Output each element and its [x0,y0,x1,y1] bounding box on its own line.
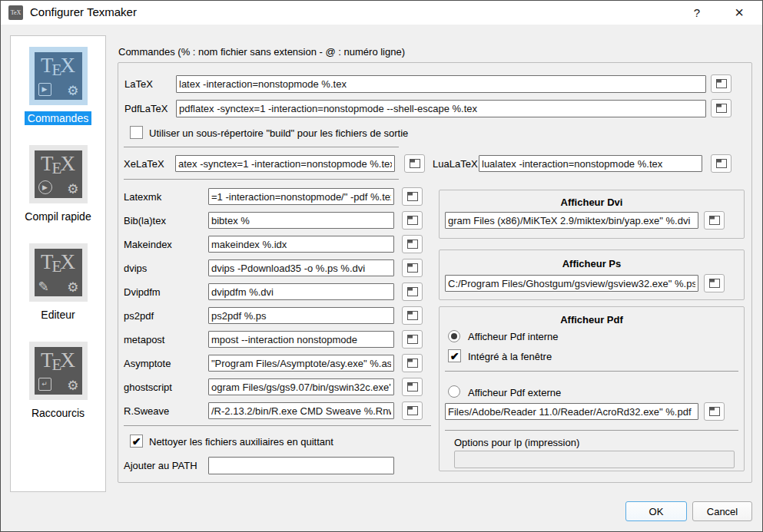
sidebar-item-raccourcis[interactable]: TEX ↵ ⚙ Raccourcis [11,342,105,420]
folder-icon [407,287,418,296]
dvips-command-input[interactable] [208,259,394,276]
dvipdfm-browse-button[interactable] [402,283,423,301]
bibtex-label: Bib(la)tex [124,215,166,226]
build-subdir-label: Utiliser un sous-répertoire "build" pour… [149,127,408,139]
ghostscript-command-input[interactable] [208,378,394,395]
check-icon: ✔ [450,350,459,362]
sidebar-item-label: Editeur [38,308,78,322]
tex-logo-icon: TEX [35,54,82,78]
texmaker-app-icon: TeX [8,5,23,20]
configure-texmaker-dialog: TeX Configurer Texmaker ? × TEX ▶ ⚙ Comm… [0,0,763,532]
ps2pdf-browse-button[interactable] [402,306,423,325]
dvi-viewer-title: Afficheur Dvi [440,197,744,208]
separator [445,430,738,431]
pdf-embedded-checkbox[interactable]: ✔ [448,349,461,362]
folder-icon [716,79,727,88]
separator [124,179,399,180]
folder-icon [410,159,420,168]
folder-icon [407,216,418,225]
folder-icon [407,240,418,249]
pdf-internal-radio[interactable] [448,330,460,342]
dvi-viewer-browse-button[interactable] [704,211,725,230]
ps-viewer-browse-button[interactable] [704,274,725,292]
asymptote-browse-button[interactable] [402,354,423,372]
ghostscript-label: ghostscript [124,382,172,393]
ps2pdf-label: ps2pdf [124,310,154,322]
folder-icon [716,104,727,113]
folder-icon [407,335,418,344]
makeindex-command-input[interactable] [208,236,394,253]
title-bar: TeX Configurer Texmaker ? × [1,1,762,25]
pencil-icon: ✎ [38,280,49,293]
pdflatex-command-input[interactable] [176,100,706,117]
lualatex-browse-button[interactable] [711,154,731,173]
folder-icon [407,382,418,392]
latex-command-input[interactable] [176,75,706,93]
rsweave-browse-button[interactable] [402,401,423,420]
check-icon: ✔ [132,435,141,448]
tex-logo-icon: TEX [35,152,82,176]
makeindex-browse-button[interactable] [402,235,423,253]
sidebar-item-commandes[interactable]: TEX ▶ ⚙ Commandes [11,47,105,125]
gear-icon: ⚙ [67,379,78,392]
separator [124,425,431,426]
lp-options-input [454,451,735,468]
pdf-viewer-title: Afficheur Pdf [440,314,744,325]
pdf-internal-label: Afficheur Pdf interne [468,331,559,342]
latex-browse-button[interactable] [711,74,731,93]
pdf-external-radio[interactable] [448,385,460,398]
cancel-button[interactable]: Cancel [692,501,752,521]
dvips-browse-button[interactable] [402,259,423,277]
rsweave-label: R.Sweave [124,405,169,417]
dvi-viewer-input[interactable] [445,212,698,229]
latexmk-command-input[interactable] [208,188,394,205]
bibtex-browse-button[interactable] [402,211,423,230]
ps-viewer-title: Afficheur Ps [440,258,744,269]
latexmk-browse-button[interactable] [402,187,423,206]
add-to-path-label: Ajouter au PATH [124,460,197,471]
commandes-icon: TEX ▶ ⚙ [29,47,88,105]
xelatex-command-input[interactable] [175,155,395,172]
dvipdfm-command-input[interactable] [208,283,394,300]
help-button[interactable]: ? [678,1,715,25]
lualatex-command-input[interactable] [479,155,702,172]
return-key-icon: ↵ [38,378,51,391]
raccourcis-icon: TEX ↵ ⚙ [29,342,88,400]
pdf-external-label: Afficheur Pdf externe [468,387,561,398]
gear-icon: ⚙ [67,281,78,294]
cleanup-aux-checkbox[interactable]: ✔ [130,435,143,448]
build-subdir-checkbox[interactable] [130,126,143,139]
ps-viewer-input[interactable] [445,275,698,292]
compil-rapide-icon: TEX ▶ ⚙ [29,145,88,203]
tex-logo-icon: TEX [35,349,82,372]
folder-icon [716,159,727,168]
latexmk-label: Latexmk [124,191,161,203]
pdf-external-input[interactable] [445,403,698,420]
folder-icon [407,359,418,368]
sidebar-item-label: Raccourcis [28,406,88,420]
separator [124,147,399,147]
cleanup-aux-label: Nettoyer les fichiers auxiliaires en qui… [149,436,333,448]
ghostscript-browse-button[interactable] [402,378,423,396]
window-title: Configurer Texmaker [30,5,137,18]
pdflatex-browse-button[interactable] [711,99,731,117]
sidebar-item-compil-rapide[interactable]: TEX ▶ ⚙ Compil rapide [11,145,105,223]
editeur-icon: TEX ✎ ⚙ [29,243,88,302]
metapost-browse-button[interactable] [402,330,423,349]
bibtex-command-input[interactable] [208,212,394,229]
quick-build-icon: ▶ [38,180,52,194]
folder-icon [407,311,418,320]
tex-logo-icon: TEX [35,250,82,274]
xelatex-browse-button[interactable] [404,154,425,173]
add-to-path-input[interactable] [208,457,394,474]
pdf-external-browse-button[interactable] [704,402,725,421]
asymptote-command-input[interactable] [208,355,394,372]
ok-button[interactable]: OK [625,501,687,521]
lp-options-label: Options pour lp (impression) [454,437,579,448]
sidebar-item-editeur[interactable]: TEX ✎ ⚙ Editeur [11,243,105,322]
metapost-command-input[interactable] [208,331,394,348]
ps2pdf-command-input[interactable] [208,307,394,324]
rsweave-command-input[interactable] [208,402,394,419]
folder-icon [407,406,418,415]
close-button[interactable]: × [720,1,758,25]
